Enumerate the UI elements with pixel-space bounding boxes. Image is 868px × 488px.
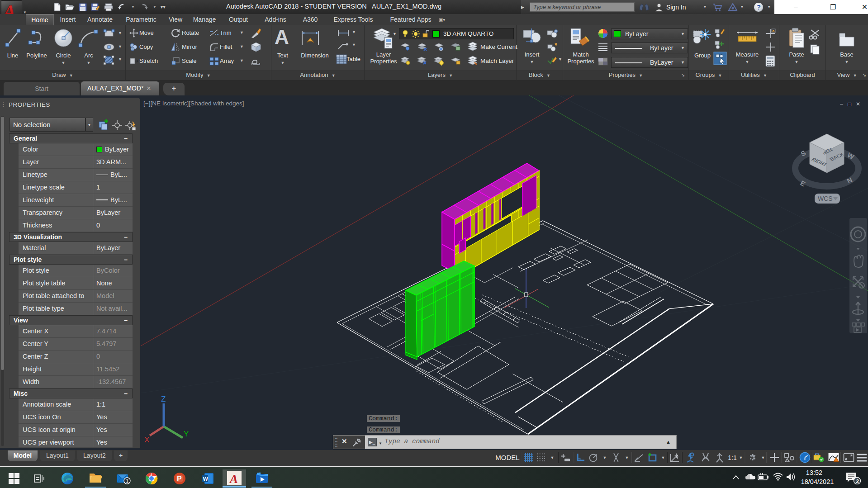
svg-text:X: X <box>144 436 149 444</box>
svg-text:2: 2 <box>856 479 859 484</box>
svg-text:Y: Y <box>184 430 189 438</box>
svg-text:W: W <box>203 476 209 482</box>
svg-text:WCS: WCS <box>818 195 833 202</box>
svg-text:A: A <box>229 472 238 485</box>
svg-text:1: 1 <box>126 479 129 483</box>
svg-text:P: P <box>177 475 182 483</box>
svg-text:Z: Z <box>161 395 166 403</box>
